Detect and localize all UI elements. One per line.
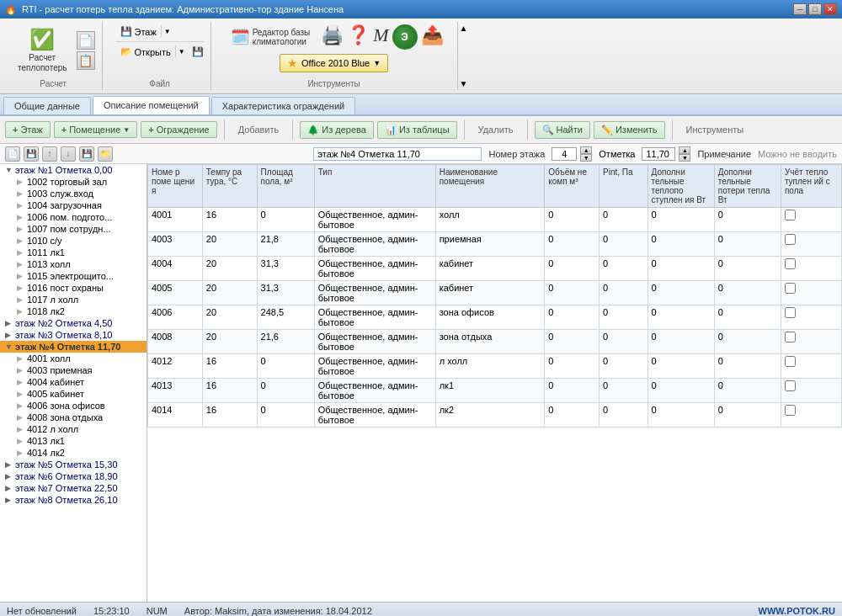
tree-item[interactable]: ▶1016 пост охраны [0,282,147,294]
tree-item[interactable]: ▶4013 лк1 [0,435,147,447]
nav-btn-save[interactable]: 💾 [24,146,39,162]
cell-floor-heat[interactable] [781,232,841,257]
table-row[interactable]: 40032021,8Общественное, админ-бытовоепри… [148,232,842,257]
floor-heat-checkbox[interactable] [785,258,796,269]
change-button[interactable]: ✏️ Изменить [594,121,665,139]
nav-btn-folder[interactable]: 📁 [98,146,113,162]
nav-btn-up[interactable]: ↑ [42,146,57,162]
save-split-button[interactable]: 💾 Этаж ▼ [116,24,174,40]
table-row[interactable]: 4012160Общественное, админ-бытовоел холл… [148,354,842,379]
table-row[interactable]: 40042031,3Общественное, админ-бытовоекаб… [148,257,842,281]
floor-heat-checkbox[interactable] [785,405,796,416]
floor-heat-checkbox[interactable] [785,210,796,220]
tree-item[interactable]: ▶1018 лк2 [0,305,147,317]
help-icon[interactable]: ❓ [347,24,370,50]
tree-item[interactable]: ▶1002 торговый зал [0,176,147,188]
tree-item[interactable]: ▶1017 л холл [0,294,147,305]
otmetka-spin-up[interactable]: ▲ [679,146,690,154]
tree-item[interactable]: ▶1013 холл [0,258,147,270]
cell-floor-heat[interactable] [781,379,841,403]
office2010-arrow[interactable]: ▼ [373,59,381,67]
tree-item[interactable]: ▶этаж №8 Отметка 26,10 [0,494,147,506]
add-enclosure-button[interactable]: + Ограждение [141,121,216,138]
tree-item[interactable]: ▶4012 л холл [0,423,147,435]
tree-item[interactable]: ▶1003 служ.вход [0,188,147,199]
tree-item[interactable]: ▼этаж №4 Отметка 11,70 [0,341,147,353]
floor-number-input[interactable] [552,147,577,161]
tree-item[interactable]: ▶этаж №2 Отметка 4,50 [0,317,147,329]
office2010-theme-button[interactable]: ★ Office 2010 Blue ▼ [280,54,388,72]
tree-item[interactable]: ▶4006 зона офисов [0,400,147,412]
cell-floor-heat[interactable] [781,403,841,427]
tree-item[interactable]: ▶1006 пом. подгото... [0,211,147,223]
minimize-button[interactable]: ─ [793,3,807,15]
tree-item[interactable]: ▶1015 электрощито... [0,270,147,282]
tab-general[interactable]: Общие данные [3,97,91,114]
open-main-button[interactable]: 📂 Открыть [116,44,175,60]
cell-floor-heat[interactable] [781,208,841,232]
floor-heat-checkbox[interactable] [785,307,796,318]
save-main-button[interactable]: 💾 Этаж [116,24,161,40]
tree-item[interactable]: ▶этаж №3 Отметка 8,10 [0,329,147,341]
tree-item[interactable]: ▶1011 лк1 [0,247,147,258]
table-row[interactable]: 4001160Общественное, админ-бытовоехолл00… [148,208,842,232]
add-room-button[interactable]: + Помещение ▼ [54,121,137,138]
delete-from-tree-button[interactable]: 🌲 Из дерева [300,121,374,139]
tree-item[interactable]: ▶1010 с/у [0,235,147,247]
otmetka-spin-down[interactable]: ▼ [679,154,690,162]
tree-item[interactable]: ▶1007 пом сотрудн... [0,223,147,235]
cell-floor-heat[interactable] [781,281,841,305]
printer-icon[interactable]: 🖨️ [321,24,344,50]
save-arrow[interactable]: ▼ [161,25,174,38]
table-row[interactable]: 40052031,3Общественное, админ-бытовоекаб… [148,281,842,305]
tree-item[interactable]: ▼этаж №1 Отметка 0,00 [0,164,147,176]
m-icon-1[interactable]: M [373,24,388,50]
breadcrumb-path[interactable]: этаж №4 Отметка 11,70 [313,147,482,161]
maximize-button[interactable]: □ [808,3,822,15]
tree-panel[interactable]: ▼этаж №1 Отметка 0,00▶1002 торговый зал▶… [0,164,147,602]
doc-button-2[interactable]: 📋 [77,51,95,70]
tree-item[interactable]: ▶этаж №7 Отметка 22,50 [0,482,147,494]
tree-item[interactable]: ▶1004 загрузочная [0,199,147,211]
tree-item[interactable]: ▶4014 лк2 [0,447,147,459]
table-row[interactable]: 40082021,6Общественное, админ-бытовоезон… [148,330,842,354]
doc-button-1[interactable]: 📄 [77,31,95,50]
close-button[interactable]: ✕ [823,3,837,15]
otmetka-input[interactable] [642,147,675,161]
find-button[interactable]: 🔍 Найти [535,121,590,139]
floor-heat-checkbox[interactable] [785,234,796,245]
tree-item[interactable]: ▶этаж №6 Отметка 18,90 [0,470,147,482]
floor-spin-down[interactable]: ▼ [580,154,592,162]
add-floor-button[interactable]: + Этаж [5,121,51,138]
delete-from-table-button[interactable]: 📊 Из таблицы [377,121,457,139]
ribbon-scroll-up[interactable]: ▲ [460,24,468,33]
floor-spin-up[interactable]: ▲ [580,146,592,154]
tree-item[interactable]: ▶4001 холл [0,353,147,364]
nav-btn-down[interactable]: ↓ [61,146,76,162]
nav-btn-1[interactable]: 📄 [5,146,20,162]
cell-floor-heat[interactable] [781,257,841,281]
export-icon[interactable]: 📤 [421,24,444,50]
open-split-button[interactable]: 📂 Открыть ▼ 💾 [116,44,204,60]
cell-floor-heat[interactable] [781,330,841,354]
floor-heat-checkbox[interactable] [785,332,796,343]
tree-item[interactable]: ▶4008 зона отдыха [0,412,147,423]
cell-floor-heat[interactable] [781,354,841,379]
tree-item[interactable]: ▶этаж №5 Отметка 15,30 [0,459,147,470]
table-row[interactable]: 4013160Общественное, админ-бытовоелк1000… [148,379,842,403]
tree-item[interactable]: ▶4004 кабинет [0,376,147,388]
tab-enclosures[interactable]: Характеристика ограждений [211,97,355,114]
nav-btn-save2[interactable]: 💾 [79,146,94,162]
calc-heatloss-button[interactable]: ✅ Расчеттеплопотерь [12,24,73,77]
cell-floor-heat[interactable] [781,305,841,330]
floor-heat-checkbox[interactable] [785,283,796,294]
open-arrow[interactable]: ▼ [175,45,189,58]
ribbon-scroll-down[interactable]: ▼ [460,79,468,88]
climate-editor-button[interactable]: 🗓️ Редактор базыклиматологии [225,24,317,50]
floor-heat-checkbox[interactable] [785,380,796,391]
table-row[interactable]: 4014160Общественное, админ-бытовоелк2000… [148,403,842,427]
tab-rooms[interactable]: Описание помещений [93,96,210,114]
tree-item[interactable]: ▶4003 приемная [0,364,147,376]
floor-heat-checkbox[interactable] [785,356,796,367]
tree-item[interactable]: ▶4005 кабинет [0,388,147,400]
